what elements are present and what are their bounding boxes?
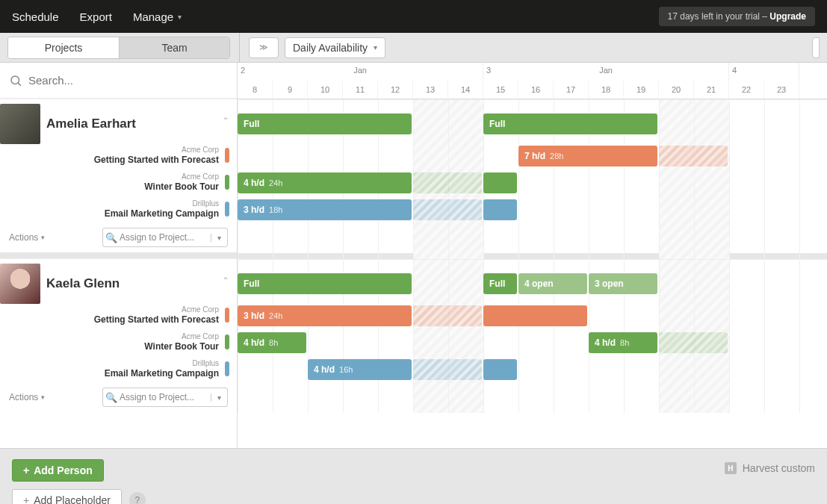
month-label: Jan [353,66,367,75]
project-name: Winter Book Tour [144,181,219,192]
svg-point-0 [11,76,19,84]
assignment-label-row[interactable]: Drillplus Email Marketing Campaign [0,196,237,223]
timeline-header: 2Jan3Jan4 891011121314151617181920212223 [238,63,827,99]
nav-manage-label: Manage [133,10,173,23]
allocation-bar[interactable] [483,199,517,220]
timeline-day: 12 [378,81,413,99]
add-person-button[interactable]: + Add Person [12,459,104,482]
timeline-day: 20 [659,81,694,99]
month-label: Jan [599,66,613,75]
allocation-bar[interactable]: 4 h/d8h [238,332,306,353]
allocation-bar[interactable] [413,172,482,193]
assignment-label-row[interactable]: Acme Corp Getting Started with Forecast [0,302,237,329]
collapse-all-button[interactable]: ≫ [249,37,279,58]
collapse-icon[interactable]: ⌃ [222,116,229,126]
nav-schedule[interactable]: Schedule [12,10,59,23]
timeline-day: 17 [554,81,589,99]
project-name: Winter Book Tour [144,341,219,352]
allocation-bar[interactable]: 4 open [518,273,587,294]
bar-rate: 3 h/d [244,205,264,215]
assignment-timeline-row: 4 h/d8h4 h/d8h [238,329,827,356]
tab-team[interactable]: Team [119,37,229,58]
search-input[interactable] [28,74,228,87]
timeline[interactable]: 2Jan3Jan4 891011121314151617181920212223… [238,63,827,448]
bar-rate: Full [244,119,259,129]
allocation-bar[interactable]: Full [483,113,657,134]
person-actions-row: Actions ▾ 🔍 Assign to Project... ▾ [0,382,237,412]
allocation-bar[interactable]: Full [238,113,412,134]
allocation-bar[interactable] [483,359,517,380]
allocation-bar[interactable] [659,146,728,167]
timeline-day: 23 [764,81,799,99]
timeline-day: 19 [624,81,659,99]
client-name: Acme Corp [144,172,219,181]
allocation-bar[interactable]: 4 h/d8h [589,332,657,353]
allocation-bar[interactable]: 3 h/d18h [238,199,412,220]
allocation-bar[interactable]: 4 h/d16h [308,359,412,380]
allocation-bar[interactable] [413,199,482,220]
search-icon: 🔍 [103,232,120,243]
allocation-bar[interactable] [413,305,482,326]
upgrade-link[interactable]: Upgrade [769,11,806,22]
assign-placeholder: Assign to Project... [120,232,211,243]
allocation-bar[interactable] [483,172,517,193]
timeline-day: 18 [589,81,624,99]
allocation-bar[interactable] [659,332,728,353]
harvest-label: Harvest custom [743,462,815,474]
allocation-bar[interactable] [413,359,482,380]
add-person-label: Add Person [34,464,93,476]
project-color-pill [225,308,229,323]
allocation-bar[interactable] [483,305,587,326]
assign-to-project-select[interactable]: 🔍 Assign to Project... ▾ [102,388,228,407]
spacer-row [238,383,827,413]
chevron-down-icon: ▾ [211,393,227,402]
assignment-label-row[interactable]: Acme Corp Getting Started with Forecast [0,142,237,169]
bar-total: 24h [269,311,282,320]
bar-rate: Full [489,279,505,289]
trial-banner[interactable]: 17 days left in your trial – Upgrade [659,7,815,26]
timeline-day: 10 [308,81,343,99]
collapse-icon[interactable]: ⌃ [222,276,229,286]
allocation-bar[interactable]: Full [238,273,412,294]
tab-projects[interactable]: Projects [8,37,119,58]
client-name: Acme Corp [94,146,219,155]
week-number: 2 [241,66,245,75]
avatar [0,264,40,304]
nav-manage[interactable]: Manage ▾ [133,10,182,23]
actions-dropdown[interactable]: Actions ▾ [9,232,45,243]
harvest-link[interactable]: H Harvest custom [725,462,815,474]
allocation-bar[interactable]: 3 open [589,273,657,294]
person-name[interactable]: Kaela Glenn [46,276,120,291]
allocation-bar[interactable]: 7 h/d28h [518,146,657,167]
availability-dropdown[interactable]: Daily Availability ▾ [285,37,385,58]
availability-row: FullFull4 open3 open [238,259,827,302]
assignment-label-row[interactable]: Drillplus Email Marketing Campaign [0,355,237,382]
person-name[interactable]: Amelia Earhart [46,116,136,131]
search-icon [9,74,22,87]
gap [0,252,237,258]
assign-to-project-select[interactable]: 🔍 Assign to Project... ▾ [102,228,228,247]
right-edge-button[interactable] [812,37,820,58]
assignment-label-row[interactable]: Acme Corp Winter Book Tour [0,329,237,355]
project-color-pill [225,361,229,376]
allocation-bar[interactable]: 3 h/d24h [238,305,412,326]
project-name: Email Marketing Campaign [105,208,219,219]
project-color-pill [225,202,229,217]
allocation-bar[interactable]: 4 h/d24h [238,172,412,193]
timeline-week: 4 [729,63,799,81]
add-placeholder-label: Add Placeholder [34,494,111,504]
add-placeholder-button[interactable]: + Add Placeholder [12,489,122,504]
allocation-bar[interactable]: Full [483,273,517,294]
client-name: Acme Corp [94,305,219,314]
nav-export[interactable]: Export [80,10,112,23]
timeline-day: 9 [273,81,308,99]
help-icon[interactable]: ? [129,492,146,504]
actions-dropdown[interactable]: Actions ▾ [9,392,45,402]
trial-text: 17 days left in your trial – [668,11,770,22]
bar-rate: Full [489,119,505,129]
bar-total: 28h [550,152,563,161]
bar-total: 18h [269,205,282,214]
assignment-label-row[interactable]: Acme Corp Winter Book Tour [0,169,237,196]
main: Amelia Earhart ⌃ Acme Corp Getting Start… [0,63,827,448]
chevron-down-icon: ▾ [374,43,377,52]
